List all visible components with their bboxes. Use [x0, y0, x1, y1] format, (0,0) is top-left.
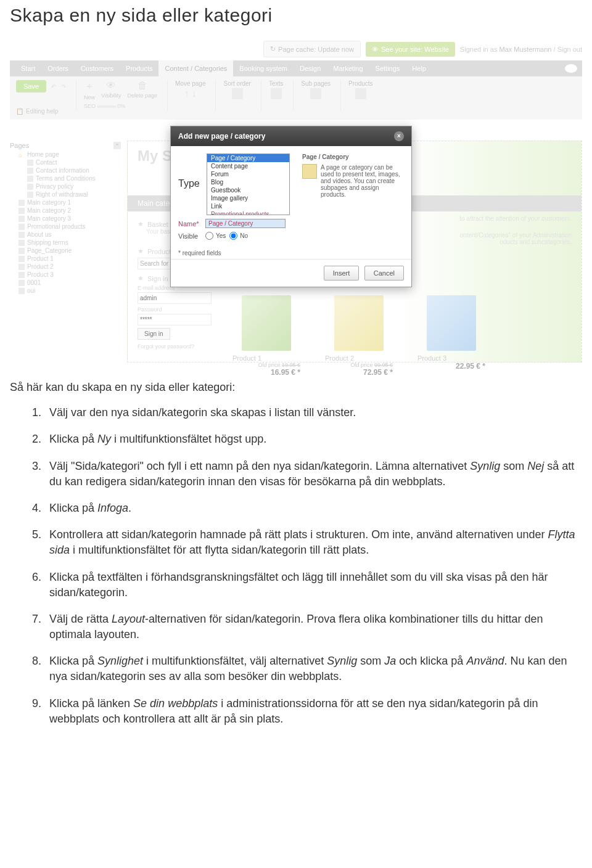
password-field[interactable]: [138, 314, 212, 326]
folder-icon: [18, 288, 25, 294]
sidebar-item[interactable]: Product 3: [10, 271, 121, 279]
visibility-tool[interactable]: 👁 Visibility: [101, 80, 121, 99]
signin-button[interactable]: Sign in: [138, 328, 170, 340]
new-price: 72.95 € *: [325, 368, 393, 377]
product-item[interactable]: Product 1 Old price 19.95 € 16.95 € *: [232, 295, 300, 377]
visible-yes[interactable]: Yes: [205, 232, 226, 240]
sidebar-item[interactable]: Promotional products: [10, 223, 121, 231]
sidebar-item[interactable]: Main category 3: [10, 215, 121, 223]
required-note: * required fields: [171, 247, 411, 259]
step-item: Klicka på Synlighet i multifunktionsfält…: [44, 653, 582, 684]
sidebar-item[interactable]: Product 2: [10, 263, 121, 271]
nav-item[interactable]: Start: [15, 65, 41, 72]
seo-label: SEO: [84, 103, 96, 109]
sign-out-link[interactable]: Sign out: [557, 46, 582, 53]
delete-tool[interactable]: 🗑 Delete page: [127, 80, 157, 99]
old-price: Old price 19.95 €: [232, 362, 300, 368]
new-price: 22.95 € *: [417, 362, 485, 371]
add-page-modal: Add new page / category × Type Page / Ca…: [170, 126, 412, 287]
step-item: Välj var den nya sidan/kategorin ska ska…: [44, 405, 582, 420]
nav-item[interactable]: Marketing: [327, 65, 369, 72]
product-item[interactable]: Product 2 Old price 99.95 € 72.95 € *: [325, 295, 393, 377]
see-site-label: See your site: Website: [381, 46, 449, 53]
sidebar-item[interactable]: Privacy policy: [10, 182, 121, 190]
type-option[interactable]: Image gallery: [207, 194, 289, 202]
hint-text-2: ontent/Categories" of your Administratio…: [459, 232, 572, 239]
nav-item[interactable]: Booking system: [233, 65, 294, 72]
sidebar-item[interactable]: oui: [10, 287, 121, 295]
sidebar-item[interactable]: Right of withdrawal: [10, 190, 121, 199]
sidebar-item[interactable]: 0001: [10, 279, 121, 287]
visible-no[interactable]: No: [229, 232, 248, 240]
type-option[interactable]: Content page: [207, 162, 289, 170]
sort-icon[interactable]: [232, 88, 243, 99]
nav-item[interactable]: Help: [406, 65, 432, 72]
editing-help-link[interactable]: 📋 Editing help: [16, 108, 58, 115]
type-select[interactable]: Page / CategoryContent pageForumBlogGues…: [207, 154, 290, 215]
sidebar-item[interactable]: Contact: [10, 158, 121, 166]
sidebar-item-label: Main category 2: [27, 207, 71, 214]
page-cache-label: Page cache: Update now: [278, 46, 354, 53]
nav-item[interactable]: Customers: [75, 65, 120, 72]
type-option[interactable]: Forum: [207, 170, 289, 178]
folder-icon: [18, 216, 25, 222]
sidebar-item[interactable]: ⌂Home page: [10, 150, 121, 158]
folder-icon: [27, 192, 33, 198]
product-name: Product 2: [325, 354, 393, 362]
name-field[interactable]: [205, 219, 286, 228]
nav-item[interactable]: Content / Categories: [158, 60, 233, 76]
help-icon[interactable]: ?: [565, 64, 577, 73]
new-price: 16.95 € *: [232, 368, 300, 377]
see-site-button[interactable]: 👁 See your site: Website: [366, 42, 455, 57]
arrow-up-icon[interactable]: ↑: [184, 88, 189, 99]
nav-item[interactable]: Settings: [369, 65, 406, 72]
sidebar-item[interactable]: About us: [10, 231, 121, 239]
subpages-icon[interactable]: [310, 88, 321, 99]
hint-text-3: oducts and subcategories.: [459, 239, 572, 245]
sidebar-item[interactable]: Terms and Conditions: [10, 174, 121, 182]
product-name: Product 1: [232, 354, 300, 362]
product-image: [242, 295, 291, 351]
sidebar-item[interactable]: Contact information: [10, 166, 121, 174]
sidebar-item-label: Product 2: [27, 263, 54, 270]
cancel-button[interactable]: Cancel: [364, 266, 404, 280]
sidebar-item[interactable]: Main category 1: [10, 199, 121, 207]
new-tool[interactable]: ＋ New: [84, 80, 95, 100]
type-option[interactable]: Guestbook: [207, 186, 289, 194]
redo-icon[interactable]: ↷: [61, 83, 66, 90]
sidebar-item[interactable]: Main category 2: [10, 207, 121, 215]
product-item[interactable]: Product 3 22.95 € *: [417, 295, 485, 377]
type-option[interactable]: Page / Category: [207, 154, 289, 162]
sidebar-item[interactable]: Shipping terms: [10, 239, 121, 247]
products-icon[interactable]: [355, 88, 366, 99]
folder-icon: [18, 248, 25, 254]
undo-icon[interactable]: ↶: [51, 83, 56, 90]
save-button[interactable]: Save: [16, 80, 46, 92]
arrow-down-icon[interactable]: ↓: [192, 88, 197, 99]
type-option[interactable]: Link: [207, 202, 289, 210]
nav-item[interactable]: Products: [120, 65, 158, 72]
top-bar: ↻ Page cache: Update now 👁 See your site…: [263, 41, 582, 57]
sidebar-item-label: Main category 1: [27, 199, 71, 206]
insert-button[interactable]: Insert: [324, 266, 360, 280]
refresh-icon: ↻: [270, 45, 276, 53]
text-icon[interactable]: [271, 88, 282, 99]
sidebar-item[interactable]: Product 1: [10, 255, 121, 263]
sidebar-item[interactable]: Page_Categorie: [10, 247, 121, 255]
close-icon[interactable]: ×: [394, 131, 404, 141]
sidebar-item-label: 0001: [27, 279, 41, 286]
collapse-icon[interactable]: «: [113, 142, 121, 149]
nav-item[interactable]: Orders: [41, 65, 75, 72]
star-icon: ★: [138, 220, 144, 228]
name-label: Name*: [178, 220, 202, 227]
email-field[interactable]: [138, 292, 212, 304]
type-option[interactable]: Blog: [207, 178, 289, 186]
products-group: Products: [340, 80, 372, 111]
nav-item[interactable]: Design: [294, 65, 327, 72]
type-option[interactable]: Promotional products: [207, 210, 289, 215]
sidebar-item-label: About us: [27, 231, 51, 238]
pencil-icon: 📋: [16, 108, 23, 115]
page-cache-button[interactable]: ↻ Page cache: Update now: [263, 41, 361, 57]
folder-icon: [27, 184, 33, 190]
folder-icon: [18, 264, 25, 270]
